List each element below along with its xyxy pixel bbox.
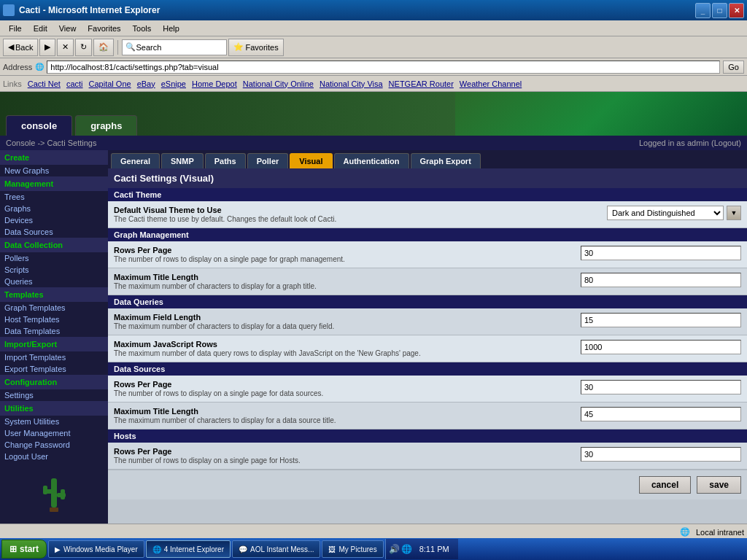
forward-button[interactable]: ▶ <box>39 39 55 56</box>
toolbar: ◀ Back ▶ ✕ ↻ 🏠 🔍 ⭐ Favorites <box>0 36 747 58</box>
taskbar-tray: 🔊 🌐 8:11 PM <box>385 539 458 540</box>
sidebar-section-create[interactable]: Create <box>0 150 108 165</box>
sidebar-item-data-sources[interactable]: Data Sources <box>0 226 108 238</box>
favorites-button[interactable]: ⭐ Favorites <box>228 39 283 56</box>
settings-content: Cacti Settings (Visual) Cacti Theme Defa… <box>108 168 747 499</box>
setting-theme-control: Dark and Distinguished Classic Modern Su… <box>607 206 741 220</box>
setting-hosts-rows-desc: The number of rows to display on a singl… <box>114 456 575 464</box>
setting-theme-label: Default Visual Theme to Use <box>114 206 601 214</box>
setting-ds-title-label: Maximum Title Length <box>114 407 575 416</box>
link-ebay[interactable]: eBay <box>137 79 155 88</box>
sidebar-item-queries[interactable]: Queries <box>0 276 108 287</box>
zone-text: Local intranet <box>696 528 744 537</box>
ds-title-input[interactable] <box>581 407 741 421</box>
sidebar-item-host-templates[interactable]: Host Templates <box>0 314 108 325</box>
menu-favorites[interactable]: Favorites <box>82 23 126 34</box>
window-title: Cacti - Microsoft Internet Explorer <box>19 5 695 15</box>
settings-tabs: General SNMP Paths Poller Visual Authent… <box>108 150 747 168</box>
sidebar-item-import-templates[interactable]: Import Templates <box>0 351 108 363</box>
sidebar-section-data-collection[interactable]: Data Collection <box>0 238 108 252</box>
stop-button[interactable]: ✕ <box>57 39 74 56</box>
menu-file[interactable]: File <box>3 23 28 34</box>
link-national-city-online[interactable]: National City Online <box>243 79 314 88</box>
tab-console[interactable]: console <box>6 115 72 136</box>
sidebar-section-management[interactable]: Management <box>0 176 108 191</box>
link-cacti[interactable]: cacti <box>66 79 83 88</box>
menu-help[interactable]: Help <box>157 23 185 34</box>
setting-js-rows-desc: The maximum number of data query rows to… <box>114 349 575 357</box>
sidebar-item-export-templates[interactable]: Export Templates <box>0 363 108 375</box>
setting-js-rows-control <box>581 340 741 354</box>
toolbar-separator <box>117 40 118 55</box>
link-national-city-visa[interactable]: National City Visa <box>320 79 383 88</box>
link-esnipe[interactable]: eSnipe <box>161 79 186 88</box>
sidebar-item-logout-user[interactable]: Logout User <box>0 451 108 462</box>
sidebar-item-graphs[interactable]: Graphs <box>0 203 108 214</box>
setting-graph-rows-desc: The number of rows to display on a singl… <box>114 255 575 263</box>
tab-visual[interactable]: Visual <box>290 153 332 168</box>
save-button[interactable]: save <box>697 476 741 494</box>
hosts-rows-input[interactable] <box>581 447 741 462</box>
setting-ds-title-label-area: Maximum Title Length The maximum number … <box>114 407 581 424</box>
link-capital-one[interactable]: Capital One <box>89 79 131 88</box>
setting-theme-desc: The Cacti theme to use by default. Chang… <box>114 215 601 223</box>
link-home-depot[interactable]: Home Depot <box>192 79 237 88</box>
sidebar-section-import-export[interactable]: Import/Export <box>0 337 108 351</box>
setting-field-length-label-area: Maximum Field Length The maximum number … <box>114 313 581 330</box>
cacti-header: console graphs <box>0 92 747 136</box>
sidebar-item-graph-templates[interactable]: Graph Templates <box>0 302 108 314</box>
links-bar: Links Cacti Net cacti Capital One eBay e… <box>0 76 747 92</box>
tab-graphs[interactable]: graphs <box>75 115 137 136</box>
theme-select[interactable]: Dark and Distinguished Classic Modern Su… <box>607 206 724 220</box>
link-cacti-net[interactable]: Cacti Net <box>28 79 61 88</box>
tab-paths[interactable]: Paths <box>205 153 246 168</box>
tab-authentication[interactable]: Authentication <box>334 153 409 168</box>
link-weather[interactable]: Weather Channel <box>460 79 522 88</box>
setting-ds-rows-desc: The number of rows to display on a singl… <box>114 389 575 397</box>
js-rows-input[interactable] <box>581 340 741 354</box>
minimize-button[interactable]: _ <box>695 3 711 18</box>
setting-graph-rows: Rows Per Page The number of rows to disp… <box>108 241 747 268</box>
sidebar-item-settings[interactable]: Settings <box>0 389 108 401</box>
address-input[interactable] <box>47 61 720 74</box>
menu-edit[interactable]: Edit <box>28 23 53 34</box>
search-input[interactable] <box>136 43 223 52</box>
tab-poller[interactable]: Poller <box>247 153 289 168</box>
refresh-button[interactable]: ↻ <box>75 39 92 56</box>
graph-title-input[interactable] <box>581 273 741 287</box>
menu-view[interactable]: View <box>53 23 82 34</box>
menu-tools[interactable]: Tools <box>127 23 158 34</box>
sidebar-item-new-graphs[interactable]: New Graphs <box>0 165 108 176</box>
sidebar-item-data-templates[interactable]: Data Templates <box>0 325 108 337</box>
sidebar-section-configuration[interactable]: Configuration <box>0 375 108 389</box>
ds-rows-input[interactable] <box>581 380 741 394</box>
theme-select-btn[interactable]: ▼ <box>727 206 741 220</box>
home-button[interactable]: 🏠 <box>93 39 114 56</box>
sidebar-item-user-management[interactable]: User Management <box>0 427 108 439</box>
sidebar-item-devices[interactable]: Devices <box>0 214 108 226</box>
tab-graph-export[interactable]: Graph Export <box>411 153 481 168</box>
sidebar-item-system-utilities[interactable]: System Utilities <box>0 416 108 427</box>
link-netgear[interactable]: NETGEAR Router <box>389 79 454 88</box>
setting-ds-title: Maximum Title Length The maximum number … <box>108 402 747 429</box>
sidebar-item-scripts[interactable]: Scripts <box>0 264 108 276</box>
restore-button[interactable]: □ <box>712 3 727 18</box>
tab-general[interactable]: General <box>111 153 160 168</box>
tab-snmp[interactable]: SNMP <box>161 153 204 168</box>
setting-field-length-control <box>581 313 741 327</box>
setting-theme: Default Visual Theme to Use The Cacti th… <box>108 201 747 228</box>
field-length-input[interactable] <box>581 313 741 327</box>
sidebar-item-trees[interactable]: Trees <box>0 191 108 203</box>
sidebar-section-templates[interactable]: Templates <box>0 287 108 302</box>
back-button[interactable]: ◀ Back <box>3 39 38 56</box>
sidebar-section-utilities[interactable]: Utilities <box>0 401 108 416</box>
cancel-button[interactable]: cancel <box>639 476 691 494</box>
setting-graph-rows-label: Rows Per Page <box>114 246 575 254</box>
search-box: 🔍 <box>122 39 227 55</box>
setting-field-length-desc: The maximum number of characters to disp… <box>114 322 575 330</box>
close-button[interactable]: ✕ <box>729 3 744 18</box>
sidebar-item-pollers[interactable]: Pollers <box>0 252 108 264</box>
sidebar-item-change-password[interactable]: Change Password <box>0 439 108 451</box>
go-button[interactable]: Go <box>723 61 744 74</box>
graph-rows-input[interactable] <box>581 246 741 260</box>
